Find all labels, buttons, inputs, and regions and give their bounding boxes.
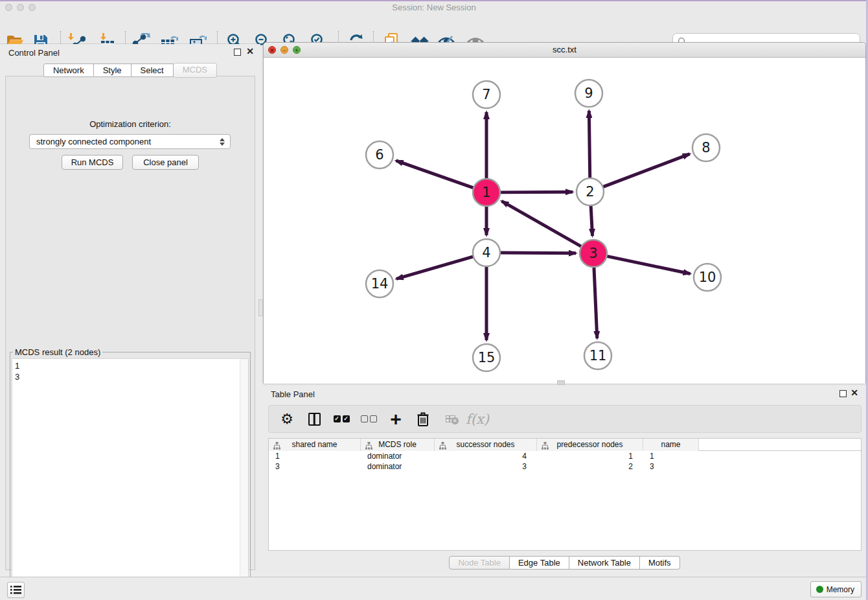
graph-edge-3-11[interactable] <box>594 266 597 338</box>
delete-column-button[interactable] <box>414 410 432 428</box>
graph-node-11[interactable]: 11 <box>584 342 611 369</box>
table-cell[interactable]: dominator <box>361 461 435 472</box>
column-header-label: name <box>661 440 680 449</box>
table-cell[interactable]: 2 <box>537 461 643 472</box>
main-toolbar <box>0 13 868 44</box>
dropdown-stepper-icon <box>218 137 226 147</box>
network-canvas[interactable]: 7968124314101511 <box>264 58 865 384</box>
table-cell[interactable]: 1 <box>537 451 643 461</box>
svg-text:3: 3 <box>589 246 597 261</box>
tab-node-table[interactable]: Node Table <box>449 556 510 570</box>
graph-node-6[interactable]: 6 <box>366 141 393 168</box>
network-graph: 7968124314101511 <box>264 58 865 384</box>
column-hierarchy-icon <box>542 441 549 453</box>
tab-network-table[interactable]: Network Table <box>569 556 640 570</box>
tab-select[interactable]: Select <box>131 63 174 77</box>
table-close-button[interactable]: ✕ <box>851 388 858 397</box>
delete-table-button[interactable]: ✕ <box>441 410 459 428</box>
mcds-result-list[interactable]: 13 <box>12 358 249 590</box>
table-settings-button[interactable]: ⚙ <box>278 410 296 428</box>
table-panel-tabs: Node TableEdge TableNetwork TableMotifs <box>263 556 866 570</box>
graph-edge-2-8[interactable] <box>602 154 690 187</box>
float-panel-button[interactable] <box>234 49 241 56</box>
table-cell[interactable]: 1 <box>643 451 699 461</box>
status-bar: Memory <box>0 577 868 600</box>
table-cell[interactable]: 3 <box>643 461 699 472</box>
table-header-row: shared nameMCDS rolesuccessor nodesprede… <box>269 439 861 451</box>
graph-node-4[interactable]: 4 <box>473 239 500 266</box>
graph-node-14[interactable]: 14 <box>366 270 393 297</box>
network-view-window: ✕ − + scc.txt 7968124314101511 <box>263 42 866 384</box>
column-header-mcds-role[interactable]: MCDS role <box>361 439 435 451</box>
gear-icon: ⚙ <box>280 410 293 428</box>
window-splitter-handle[interactable] <box>557 380 565 385</box>
panel-splitter-handle[interactable] <box>258 299 263 316</box>
graph-node-8[interactable]: 8 <box>692 134 720 161</box>
table-toolbar: ⚙ ✓✓ + ✕ f(x) <box>268 405 862 433</box>
table-cell[interactable]: 1 <box>269 451 361 461</box>
tab-network[interactable]: Network <box>43 63 94 77</box>
columns-icon <box>308 413 321 426</box>
result-scrollbar[interactable] <box>240 359 248 590</box>
table-cell[interactable]: 3 <box>435 461 537 472</box>
graph-node-3[interactable]: 3 <box>580 240 607 267</box>
graph-node-1[interactable]: 1 <box>473 179 500 206</box>
column-header-label: shared name <box>291 440 337 449</box>
toggle-columns-button[interactable] <box>305 410 323 428</box>
window-title: Session: New Session <box>0 3 868 12</box>
column-hierarchy-icon <box>365 441 372 453</box>
result-item[interactable]: 1 <box>15 360 248 371</box>
tab-mcds[interactable]: MCDS <box>174 63 217 78</box>
checked-boxes-icon: ✓✓ <box>334 415 350 422</box>
deselect-all-button[interactable] <box>360 410 378 428</box>
graph-edge-4-14[interactable] <box>396 257 474 279</box>
column-header-successor-nodes[interactable]: successor nodes <box>435 439 537 451</box>
table-panel-title: Table Panel <box>271 389 315 399</box>
svg-text:9: 9 <box>584 86 593 101</box>
graph-node-7[interactable]: 7 <box>473 81 500 108</box>
column-header-label: successor nodes <box>456 440 514 449</box>
criterion-dropdown[interactable]: strongly connected component <box>29 134 231 149</box>
graph-edge-2-9[interactable] <box>589 111 589 179</box>
graph-edge-3-10[interactable] <box>606 256 691 273</box>
tab-motifs[interactable]: Motifs <box>640 556 680 570</box>
graph-node-9[interactable]: 9 <box>575 80 602 107</box>
optimization-criterion-label: Optimization criterion: <box>6 119 255 129</box>
table-cell[interactable]: 4 <box>435 451 537 461</box>
column-header-predecessor-nodes[interactable]: predecessor nodes <box>537 439 643 451</box>
table-panel: Table Panel ✕ ⚙ ✓✓ + ✕ f(x) shared nameM… <box>263 386 866 575</box>
unchecked-boxes-icon <box>361 415 377 422</box>
tab-edge-table[interactable]: Edge Table <box>510 556 569 570</box>
column-header-shared-name[interactable]: shared name <box>269 439 361 451</box>
close-panel-button[interactable]: ✕ <box>246 47 254 56</box>
add-column-button[interactable]: + <box>387 410 405 428</box>
graph-node-10[interactable]: 10 <box>694 264 721 291</box>
graph-edge-1-2[interactable] <box>499 192 573 192</box>
svg-text:15: 15 <box>478 350 496 365</box>
table-cell[interactable]: 3 <box>269 461 361 472</box>
function-builder-button[interactable]: f(x) <box>468 410 486 428</box>
tab-style[interactable]: Style <box>94 63 131 77</box>
graph-edge-4-3[interactable] <box>499 253 576 253</box>
result-item[interactable]: 3 <box>15 371 248 382</box>
control-panel-header: Control Panel ✕ <box>0 44 260 61</box>
graph-edge-3-1[interactable] <box>501 201 582 247</box>
graph-edge-2-3[interactable] <box>591 205 593 236</box>
network-window-titlebar[interactable]: ✕ − + scc.txt <box>264 43 865 58</box>
run-mcds-button[interactable]: Run MCDS <box>62 155 123 170</box>
graph-node-2[interactable]: 2 <box>577 178 604 205</box>
table-row[interactable]: 3dominator323 <box>269 461 861 472</box>
table-row[interactable]: 1dominator411 <box>269 451 861 461</box>
graph-edge-1-6[interactable] <box>396 161 474 188</box>
column-header-label: predecessor nodes <box>556 440 622 449</box>
table-float-button[interactable] <box>839 390 847 397</box>
column-hierarchy-icon <box>439 441 446 453</box>
column-header-name[interactable]: name <box>643 439 699 451</box>
task-history-button[interactable] <box>7 582 25 598</box>
column-header-label: MCDS role <box>378 440 417 449</box>
select-all-button[interactable]: ✓✓ <box>332 410 350 428</box>
graph-node-15[interactable]: 15 <box>473 344 500 371</box>
svg-text:8: 8 <box>702 140 710 156</box>
memory-button[interactable]: Memory <box>810 581 862 597</box>
close-panel-button-inner[interactable]: Close panel <box>132 155 199 170</box>
